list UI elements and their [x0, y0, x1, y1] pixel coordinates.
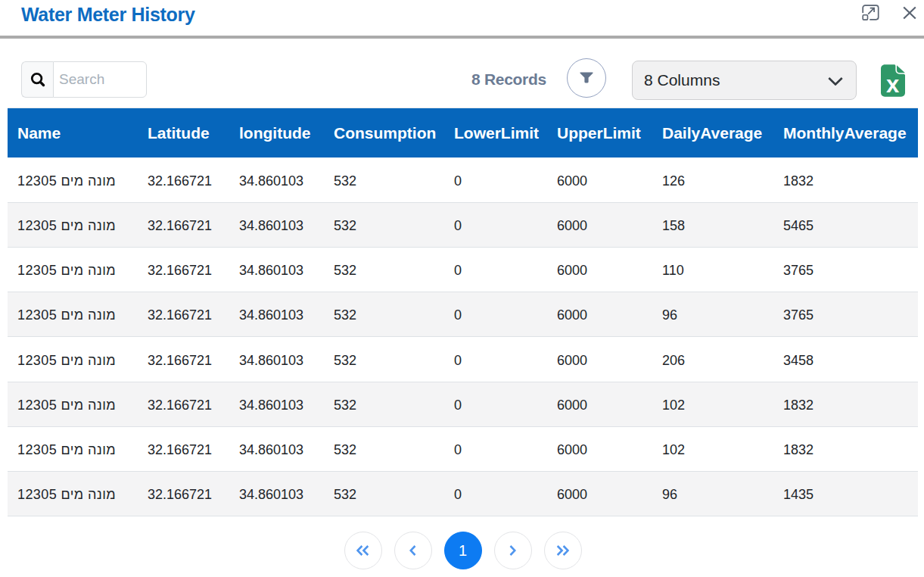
- svg-text:x: x: [886, 71, 900, 97]
